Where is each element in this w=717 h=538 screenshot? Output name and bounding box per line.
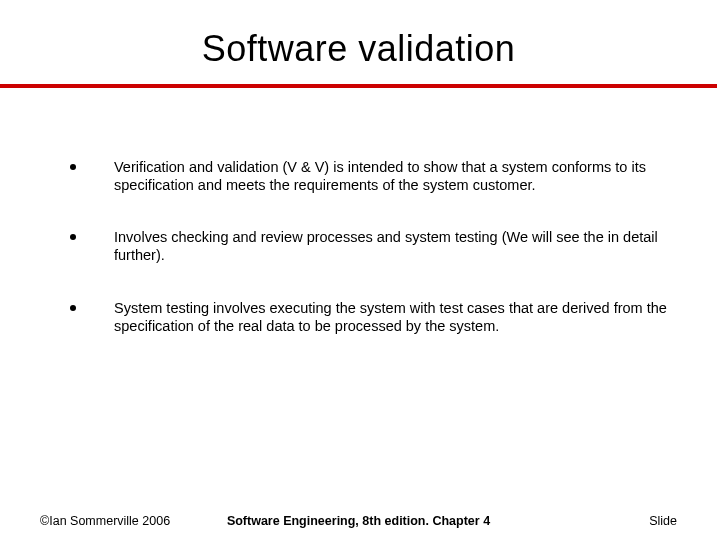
slide-title: Software validation (0, 0, 717, 84)
bullet-text: System testing involves executing the sy… (114, 299, 677, 335)
slide-footer: ©Ian Sommerville 2006 Software Engineeri… (40, 514, 677, 528)
bullet-icon (70, 234, 76, 240)
footer-copyright: ©Ian Sommerville 2006 (40, 514, 170, 528)
footer-slide-label: Slide (649, 514, 677, 528)
bullet-item: Involves checking and review processes a… (70, 228, 677, 264)
bullet-item: System testing involves executing the sy… (70, 299, 677, 335)
bullet-text: Involves checking and review processes a… (114, 228, 677, 264)
bullet-text: Verification and validation (V & V) is i… (114, 158, 677, 194)
bullet-icon (70, 305, 76, 311)
bullet-icon (70, 164, 76, 170)
footer-book-title: Software Engineering, 8th edition. Chapt… (227, 514, 490, 528)
bullet-item: Verification and validation (V & V) is i… (70, 158, 677, 194)
slide-body: Verification and validation (V & V) is i… (0, 88, 717, 335)
slide: Software validation Verification and val… (0, 0, 717, 538)
